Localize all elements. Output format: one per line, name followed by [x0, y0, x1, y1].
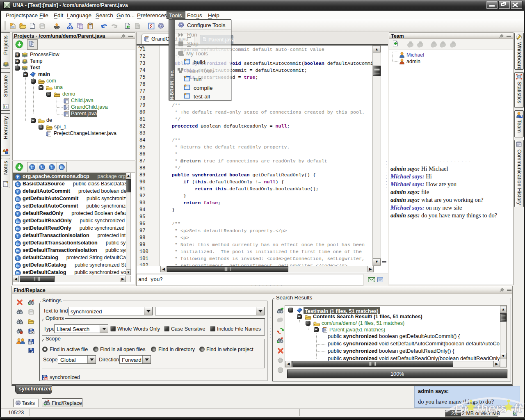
svg-text:thers: thers	[476, 401, 507, 415]
svg-text:ft: ft	[514, 401, 523, 415]
svg-text:Br: Br	[454, 401, 469, 415]
